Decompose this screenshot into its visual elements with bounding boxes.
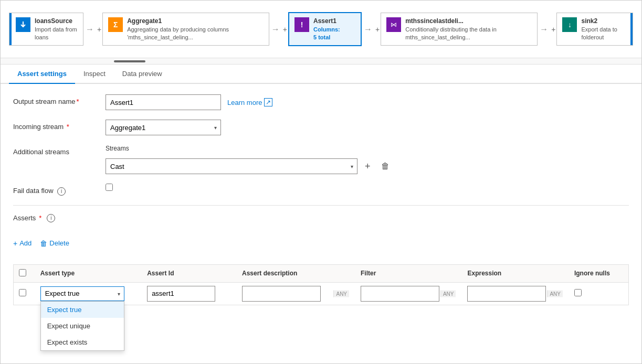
incoming-stream-select[interactable]: Aggregate1 <box>106 120 221 135</box>
dropdown-option-expect-unique[interactable]: Expect unique <box>41 318 124 334</box>
row-checkbox[interactable] <box>19 289 26 296</box>
node-loanssource-title: loansSource <box>35 17 78 25</box>
arrow-4: → <box>538 25 550 34</box>
row-expression-cell: ANY <box>462 282 569 305</box>
additional-streams-label: Additional streams <box>13 145 97 156</box>
expression-input[interactable] <box>467 286 546 302</box>
th-assert-id: Assert Id <box>142 265 237 283</box>
ignore-nulls-checkbox[interactable] <box>574 289 582 296</box>
arrow-3: → <box>362 25 374 34</box>
asserts-table-container: Assert type Assert Id Assert description… <box>13 264 629 305</box>
plus-3[interactable]: + <box>374 25 381 34</box>
assert-description-any-badge: ANY <box>333 290 349 297</box>
th-filter: Filter <box>355 265 462 283</box>
delete-stream-button[interactable]: 🗑 <box>378 160 393 172</box>
pipeline-node-aggregate1[interactable]: Σ Aggregate1 Aggregating data by produci… <box>102 13 269 46</box>
plus-2[interactable]: + <box>282 25 288 34</box>
pipeline-node-loanssource[interactable]: loansSource Import data from loans <box>9 13 83 46</box>
assert-id-input[interactable] <box>147 286 215 302</box>
assert-type-select[interactable]: Expect true Expect unique Expect exists <box>40 286 124 301</box>
incoming-stream-dropdown-wrapper: Aggregate1 ▾ <box>106 120 221 135</box>
aggregate1-icon: Σ <box>108 17 123 32</box>
learn-more-link[interactable]: Learn more ↗ <box>227 98 272 106</box>
tab-inspect[interactable]: Inspect <box>75 65 114 84</box>
asserts-row: Asserts * i + Add 🗑 Delete <box>13 214 629 305</box>
delete-assert-icon: 🗑 <box>40 239 47 248</box>
table-row: Expect true Expect unique Expect exists … <box>14 282 628 305</box>
node-assert1-title: Assert1 <box>313 17 340 25</box>
settings-panel: Output stream name* Learn more ↗ Incomin… <box>1 84 641 363</box>
additional-streams-row: Additional streams Streams Cast ▾ + 🗑 <box>13 145 629 174</box>
row-assert-type-cell: Expect true Expect unique Expect exists … <box>35 282 142 305</box>
scroll-indicator <box>1 58 641 65</box>
pipeline-header: loansSource Import data from loans → + Σ… <box>1 1 641 58</box>
add-assert-icon: + <box>13 239 17 248</box>
th-expression: Expression <box>462 265 569 283</box>
incoming-stream-row: Incoming stream * Aggregate1 ▾ <box>13 120 629 135</box>
scroll-thumb <box>114 60 145 62</box>
node-mths-subtitle: Conditionally distributing the data in m… <box>405 26 532 41</box>
incoming-stream-label: Incoming stream * <box>13 120 97 131</box>
node-mths-title: mthssincelastdeli... <box>405 17 532 25</box>
row-check-cell <box>14 282 35 305</box>
fail-data-flow-label: Fail data flow i <box>13 184 97 196</box>
arrow-1: → <box>83 25 96 34</box>
output-stream-name-label: Output stream name* <box>13 94 97 105</box>
output-stream-name-row: Output stream name* Learn more ↗ <box>13 94 629 110</box>
node-aggregate1-subtitle: Aggregating data by producing columns 'm… <box>127 26 264 41</box>
asserts-actions: + Add 🗑 Delete <box>13 237 69 250</box>
tabs-bar: Assert settings Inspect Data preview <box>1 65 641 84</box>
loanssource-icon <box>16 17 30 32</box>
assert1-icon: ! <box>294 17 309 32</box>
delete-stream-icon: 🗑 <box>381 162 390 171</box>
sink2-icon: ↓ <box>562 17 577 32</box>
output-stream-name-input[interactable] <box>106 94 221 110</box>
asserts-required: * <box>39 214 41 222</box>
external-link-icon: ↗ <box>264 98 272 106</box>
fail-data-flow-checkbox[interactable] <box>106 184 113 191</box>
plus-4[interactable]: + <box>550 25 556 34</box>
select-all-checkbox[interactable] <box>19 269 26 276</box>
asserts-info-icon[interactable]: i <box>47 214 55 222</box>
streams-select[interactable]: Cast <box>106 158 357 174</box>
tab-data-preview[interactable]: Data preview <box>114 65 171 84</box>
tab-assert-settings[interactable]: Assert settings <box>9 65 75 84</box>
node-loanssource-subtitle: Import data from loans <box>35 26 78 41</box>
th-ignore-nulls: Ignore nulls <box>569 265 628 283</box>
node-sink2-subtitle: Export data to folderout <box>581 26 626 41</box>
streams-dropdown-wrapper: Cast ▾ <box>106 158 357 174</box>
mths-icon: ⋈ <box>386 17 401 32</box>
node-assert1-subtitle: Columns: 5 total <box>313 26 340 41</box>
delete-assert-button[interactable]: 🗑 Delete <box>40 237 69 250</box>
pipeline-node-sink2[interactable]: ↓ sink2 Export data to folderout <box>556 13 633 46</box>
node-aggregate1-title: Aggregate1 <box>127 17 264 25</box>
th-assert-type: Assert type <box>35 265 142 283</box>
asserts-label: Asserts <box>13 214 36 222</box>
pipeline-node-assert1[interactable]: ! Assert1 Columns: 5 total <box>288 12 362 46</box>
fail-data-flow-info-icon[interactable]: i <box>57 187 66 196</box>
add-stream-icon: + <box>365 161 371 172</box>
section-divider <box>13 205 629 206</box>
dropdown-option-expect-exists[interactable]: Expect exists <box>41 334 124 350</box>
filter-any-badge: ANY <box>440 290 456 297</box>
assert-type-dropdown-menu: Expect true Expect unique Expect exists <box>40 301 124 351</box>
row-filter-cell: ANY <box>355 282 462 305</box>
dropdown-option-expect-true[interactable]: Expect true <box>41 302 124 318</box>
add-stream-button[interactable]: + <box>362 160 374 173</box>
expression-any-badge: ANY <box>547 290 563 297</box>
row-assert-id-cell <box>142 282 237 305</box>
node-sink2-title: sink2 <box>581 17 626 25</box>
add-assert-button[interactable]: + Add <box>13 237 31 250</box>
arrow-2: → <box>269 25 282 34</box>
asserts-table: Assert type Assert Id Assert description… <box>14 265 628 305</box>
streams-sub-label: Streams <box>106 145 393 152</box>
th-check <box>14 265 35 283</box>
filter-input[interactable] <box>361 286 439 302</box>
fail-data-flow-row: Fail data flow i <box>13 184 629 196</box>
row-assert-description-cell: ANY <box>237 282 355 305</box>
pipeline-node-mths[interactable]: ⋈ mthssincelastdeli... Conditionally dis… <box>381 13 538 46</box>
th-assert-description: Assert description <box>237 265 355 283</box>
assert-type-wrapper: Expect true Expect unique Expect exists … <box>40 286 124 301</box>
assert-description-input[interactable] <box>242 286 321 302</box>
plus-1[interactable]: + <box>96 25 102 34</box>
